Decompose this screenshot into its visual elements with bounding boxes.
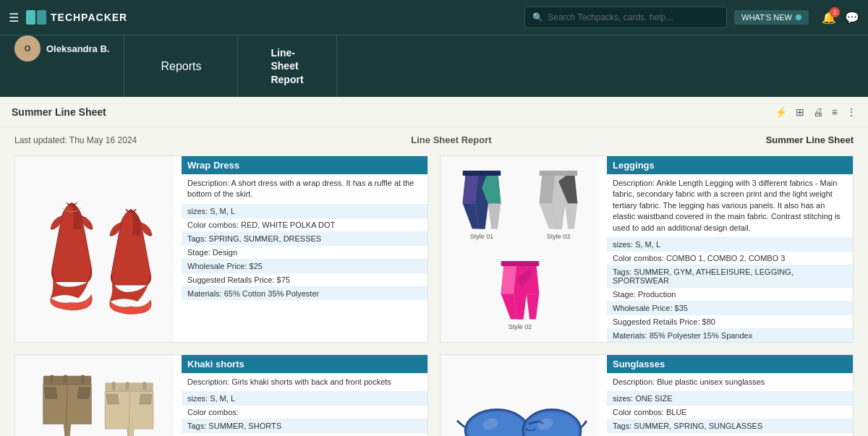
wrap-dress-retail: Suggested Retails Price: $75 bbox=[182, 273, 427, 286]
product-card-khaki-shorts: Khaki shorts Description: Girls khaki sh… bbox=[14, 354, 428, 436]
wrap-dress-sizes: sizes: S, M, L bbox=[182, 204, 427, 218]
wrap-dress-colors: Color combos: RED, WHITE POLKA DOT bbox=[182, 218, 427, 231]
more-icon[interactable]: ⋮ bbox=[846, 106, 856, 118]
svg-rect-6 bbox=[81, 375, 85, 383]
khaki-shorts-desc: Description: Girls khaki shorts with bac… bbox=[182, 373, 427, 391]
leggings-details: Leggings Description: Ankle Length Leggi… bbox=[607, 156, 853, 342]
svg-rect-1 bbox=[540, 171, 578, 176]
whats-new-button[interactable]: WHAT'S NEW bbox=[734, 10, 809, 25]
linesheet-label: Line-SheetReport bbox=[252, 46, 321, 86]
wrap-dress-wholesale: Wholesale Price: $25 bbox=[182, 259, 427, 273]
print-icon[interactable]: 🖨 bbox=[813, 106, 823, 118]
last-updated: Last updated: Thu May 16 2024 bbox=[14, 135, 137, 145]
breadcrumb-user[interactable]: O Oleksandra B. bbox=[0, 35, 124, 97]
leggings-style02: Style 02 bbox=[495, 258, 545, 330]
khaki-shorts-stage: Stage: Production bbox=[182, 432, 427, 436]
wrap-dress-svg bbox=[22, 176, 167, 321]
style02-label: Style 02 bbox=[509, 323, 532, 330]
svg-rect-12 bbox=[126, 382, 129, 390]
chat-icon[interactable]: 💬 bbox=[845, 11, 859, 25]
breadcrumb-reports[interactable]: Reports bbox=[124, 35, 238, 97]
svg-rect-0 bbox=[463, 171, 501, 176]
product-grid: Wrap Dress Description: A short dress wi… bbox=[14, 155, 854, 436]
leggings-stage: Stage: Production bbox=[607, 287, 853, 301]
sunglasses-name: Sunglasses bbox=[607, 355, 853, 373]
whats-new-label: WHAT'S NEW bbox=[741, 13, 792, 22]
wrap-dress-name: Wrap Dress bbox=[182, 156, 427, 174]
avatar: O bbox=[14, 35, 41, 61]
page-header: Summer Line Sheet ⚡ ⊞ 🖨 ≡ ⋮ bbox=[0, 97, 868, 127]
svg-rect-11 bbox=[143, 382, 147, 390]
wrap-dress-desc: Description: A short dress with a wrap d… bbox=[182, 174, 427, 204]
navbar: ☰ TECHPACKER 🔍 WHAT'S NEW 🔔 3 💬 bbox=[0, 0, 868, 35]
sunglasses-svg bbox=[451, 388, 589, 436]
search-input[interactable] bbox=[548, 12, 707, 22]
reports-label: Reports bbox=[139, 60, 223, 73]
menu-icon[interactable]: ☰ bbox=[9, 11, 19, 25]
leggings-style03: Style 03 bbox=[522, 168, 595, 240]
khaki-shorts-tags: Tags: SUMMER, SHORTS bbox=[182, 419, 427, 432]
notification-icon[interactable]: 🔔 3 bbox=[822, 11, 836, 25]
leggings-style01: Style 01 bbox=[445, 168, 519, 240]
khaki-shorts-sizes: sizes: S, M, L bbox=[182, 391, 427, 405]
whats-new-dot bbox=[796, 14, 801, 20]
breadcrumb-linesheet[interactable]: Line-SheetReport bbox=[238, 35, 336, 97]
leggings-image: Style 01 Style 03 bbox=[441, 156, 600, 342]
report-meta: Last updated: Thu May 16 2024 Line Sheet… bbox=[14, 134, 854, 145]
logo: TECHPACKER bbox=[26, 10, 127, 25]
breadcrumb-bar: O Oleksandra B. Reports Line-SheetReport bbox=[0, 35, 868, 97]
style01-label: Style 01 bbox=[470, 233, 494, 240]
svg-rect-7 bbox=[64, 375, 67, 383]
khaki-shorts-colors: Color combos: bbox=[182, 405, 427, 419]
product-card-sunglasses: Sunglasses Description: Blue plastic uni… bbox=[440, 354, 854, 436]
svg-rect-2 bbox=[501, 261, 540, 266]
leggings-desc: Description: Ankle Length Legging with 3… bbox=[607, 174, 853, 237]
product-card-wrap-dress: Wrap Dress Description: A short dress wi… bbox=[14, 155, 428, 343]
wrap-dress-image bbox=[15, 156, 174, 342]
leggings-colors: Color combos: COMBO 1, COMBO 2, COMBO 3 bbox=[607, 251, 853, 265]
sunglasses-stage: Stage: Design bbox=[607, 432, 853, 436]
notification-badge: 3 bbox=[830, 7, 840, 17]
sunglasses-tags: Tags: SUMMER, SPRING, SUNGLASSES bbox=[607, 419, 853, 432]
navbar-icons: 🔔 3 💬 bbox=[822, 11, 859, 25]
report-center-label: Line Sheet Report bbox=[411, 134, 491, 145]
leggings-sizes: sizes: S, M, L bbox=[607, 237, 853, 251]
leggings-retail: Suggested Retails Price: $80 bbox=[607, 315, 853, 328]
sunglasses-image bbox=[441, 355, 600, 436]
sort-icon[interactable]: ≡ bbox=[832, 106, 838, 118]
page-title: Summer Line Sheet bbox=[12, 106, 106, 118]
sunglasses-sizes: sizes: ONE SIZE bbox=[607, 391, 853, 405]
style03-label: Style 03 bbox=[547, 233, 571, 240]
sunglasses-details: Sunglasses Description: Blue plastic uni… bbox=[607, 355, 853, 436]
wrap-dress-stage: Stage: Design bbox=[182, 245, 427, 259]
khaki-shorts-image bbox=[15, 355, 174, 436]
report-right-label: Summer Line Sheet bbox=[766, 134, 854, 145]
search-icon: 🔍 bbox=[532, 12, 543, 22]
leggings-tags: Tags: SUMMER, GYM, ATHELEISURE, LEGGING,… bbox=[607, 265, 853, 287]
user-name: Oleksandra B. bbox=[46, 43, 109, 54]
logo-icon bbox=[26, 10, 46, 25]
search-bar[interactable]: 🔍 bbox=[524, 7, 727, 28]
leggings-wholesale: Wholesale Price: $35 bbox=[607, 301, 853, 315]
wrap-dress-materials: Materials: 65% Cotton 35% Polyester bbox=[182, 286, 427, 300]
wrap-dress-details: Wrap Dress Description: A short dress wi… bbox=[182, 156, 427, 342]
logo-text: TECHPACKER bbox=[51, 12, 127, 23]
columns-icon[interactable]: ⊞ bbox=[796, 106, 804, 118]
product-card-leggings: Style 01 Style 03 bbox=[440, 155, 854, 343]
sunglasses-colors: Color combos: BLUE bbox=[607, 405, 853, 419]
khaki-shorts-name: Khaki shorts bbox=[182, 355, 427, 373]
filter-icon[interactable]: ⚡ bbox=[775, 106, 787, 118]
leggings-name: Leggings bbox=[607, 156, 853, 174]
svg-rect-10 bbox=[112, 382, 116, 390]
wrap-dress-tags: Tags: SPRING, SUMMER, DRESSES bbox=[182, 231, 427, 245]
sunglasses-desc: Description: Blue plastic unisex sunglas… bbox=[607, 373, 853, 391]
khaki-shorts-details: Khaki shorts Description: Girls khaki sh… bbox=[182, 355, 427, 436]
page-header-actions: ⚡ ⊞ 🖨 ≡ ⋮ bbox=[775, 106, 856, 118]
content-area: Last updated: Thu May 16 2024 Line Sheet… bbox=[0, 127, 868, 436]
svg-rect-5 bbox=[50, 375, 54, 383]
leggings-materials: Materials: 85% Polyester 15% Spandex bbox=[607, 328, 853, 342]
khaki-shorts-svg bbox=[22, 359, 167, 436]
